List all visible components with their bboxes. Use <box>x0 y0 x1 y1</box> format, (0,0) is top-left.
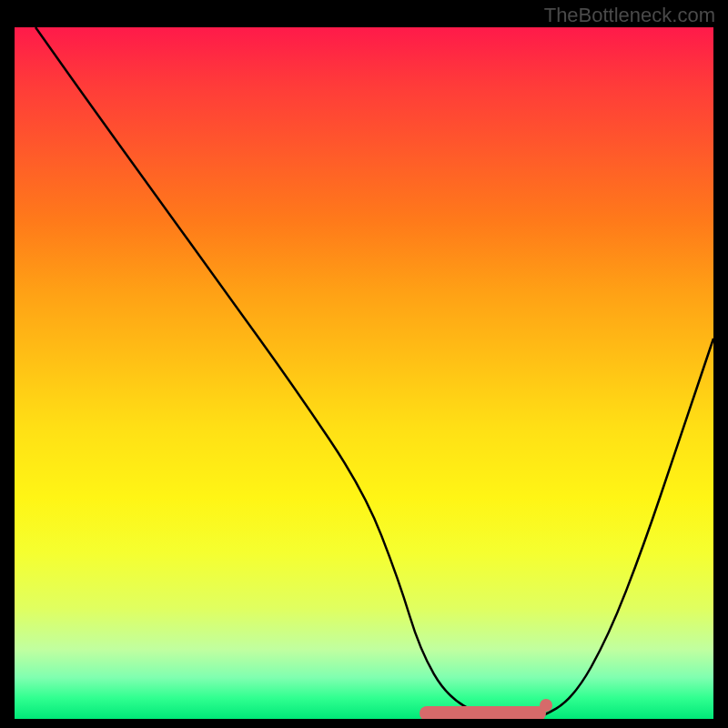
bottleneck-curve <box>15 27 713 719</box>
watermark-text: TheBottleneck.com <box>544 4 715 27</box>
optimal-point-dot <box>540 699 552 712</box>
